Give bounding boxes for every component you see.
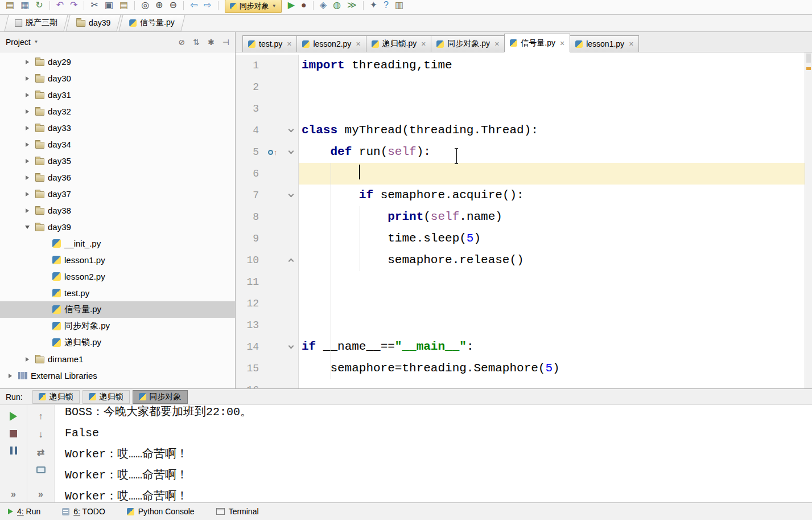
tree-item[interactable]: day36 xyxy=(0,169,235,186)
help-icon[interactable]: ? xyxy=(384,1,389,10)
code-text[interactable]: class myThread(threading.Thread): xyxy=(298,120,805,141)
tree-item[interactable]: 信号量.py xyxy=(0,301,235,318)
chevron-collapsed-icon[interactable] xyxy=(23,357,32,362)
fold-marker-icon[interactable] xyxy=(283,336,298,358)
hide-panel-icon[interactable]: ⊣ xyxy=(222,38,229,47)
tree-item[interactable]: 同步对象.py xyxy=(0,318,235,334)
settings-icon[interactable]: ✦ xyxy=(370,1,377,10)
code-text[interactable] xyxy=(298,379,805,388)
code-text[interactable]: if __name__=="__main__": xyxy=(298,336,805,358)
tree-item[interactable]: day29 xyxy=(0,54,235,70)
close-icon[interactable]: × xyxy=(356,39,360,48)
chevron-collapsed-icon[interactable] xyxy=(23,76,32,81)
sync-icon[interactable]: ↻ xyxy=(35,1,43,10)
override-gutter-icon[interactable]: ↑ xyxy=(262,141,283,163)
tree-item[interactable]: day30 xyxy=(0,70,235,87)
tree-item[interactable]: 递归锁.py xyxy=(0,334,235,351)
code-editor[interactable]: 1import threading,time234class myThread(… xyxy=(236,52,805,388)
more-options-icon[interactable]: » xyxy=(11,490,16,499)
coverage-icon[interactable]: ◈ xyxy=(320,1,327,10)
fold-end-icon[interactable] xyxy=(283,249,298,271)
code-text[interactable]: semaphore.release() xyxy=(298,249,805,271)
code-text[interactable]: import threading,time xyxy=(298,55,805,76)
more-options-icon[interactable]: » xyxy=(38,490,43,499)
code-text[interactable] xyxy=(298,314,805,336)
chevron-collapsed-icon[interactable] xyxy=(6,374,15,378)
pause-output-button[interactable] xyxy=(10,447,17,455)
code-text[interactable] xyxy=(298,293,805,314)
statusbar-item[interactable]: 4: Run xyxy=(8,507,40,516)
open-icon[interactable]: ▤ xyxy=(6,1,14,10)
close-icon[interactable]: × xyxy=(629,39,633,48)
tree-item[interactable]: day38 xyxy=(0,202,235,219)
project-panel-title[interactable]: Project xyxy=(6,38,31,47)
breadcrumb-item[interactable]: day39 xyxy=(65,15,121,31)
rerun-button[interactable] xyxy=(10,412,17,421)
run-icon[interactable]: ▶ xyxy=(288,1,295,10)
chevron-collapsed-icon[interactable] xyxy=(23,175,32,180)
code-text[interactable]: if semaphore.acquire(): xyxy=(298,185,805,206)
code-text[interactable] xyxy=(298,98,805,120)
tree-item[interactable]: lesson1.py xyxy=(0,252,235,268)
editor-tab[interactable]: 信号量.py× xyxy=(504,34,570,52)
chevron-collapsed-icon[interactable] xyxy=(23,93,32,97)
close-icon[interactable]: × xyxy=(560,39,564,48)
copy-icon[interactable]: ▣ xyxy=(105,1,113,10)
chevron-collapsed-icon[interactable] xyxy=(23,109,32,114)
tree-item[interactable]: day35 xyxy=(0,153,235,169)
tree-item[interactable]: dirname1 xyxy=(0,351,235,367)
forward-icon[interactable]: ⇨ xyxy=(204,1,211,10)
settings-gear-icon[interactable]: ✱ xyxy=(208,38,215,47)
chevron-collapsed-icon[interactable] xyxy=(23,159,32,163)
tree-item[interactable]: day32 xyxy=(0,103,235,120)
undo-icon[interactable]: ↶ xyxy=(56,1,64,10)
code-text[interactable]: print(self.name) xyxy=(298,206,805,228)
close-icon[interactable]: × xyxy=(287,39,291,48)
locate-icon[interactable]: ⊘ xyxy=(179,38,186,47)
scrollbar-thumb[interactable] xyxy=(806,54,811,63)
statusbar-item[interactable]: Python Console xyxy=(127,507,195,516)
up-stack-trace-icon[interactable]: ↑ xyxy=(39,412,43,421)
editor-tab[interactable]: test.py× xyxy=(242,35,297,52)
tree-item[interactable]: lesson2.py xyxy=(0,268,235,285)
back-icon[interactable]: ⇦ xyxy=(190,1,197,10)
editor-tab[interactable]: lesson2.py× xyxy=(296,35,366,52)
stop-button[interactable] xyxy=(10,430,17,437)
chevron-expanded-icon[interactable] xyxy=(23,226,32,229)
find-icon[interactable]: ◎ xyxy=(141,1,149,10)
fold-marker-icon[interactable] xyxy=(283,185,298,206)
close-icon[interactable]: × xyxy=(494,39,499,48)
redo-icon[interactable]: ↷ xyxy=(70,1,77,10)
editor-scrollbar[interactable] xyxy=(805,52,812,388)
chevron-collapsed-icon[interactable] xyxy=(23,208,32,213)
zoom-in-icon[interactable]: ⊕ xyxy=(155,1,163,10)
run-configuration-combo[interactable]: 同步对象▼ xyxy=(225,0,282,13)
code-text[interactable] xyxy=(298,163,805,185)
tree-item[interactable]: day31 xyxy=(0,87,235,103)
soft-wrap-icon[interactable] xyxy=(36,466,46,473)
code-text[interactable] xyxy=(298,271,805,293)
editor-tab[interactable]: 递归锁.py× xyxy=(366,35,432,52)
tree-item[interactable]: External Libraries xyxy=(0,367,235,384)
tree-item[interactable]: day39 xyxy=(0,219,235,235)
fold-marker-icon[interactable] xyxy=(283,141,298,163)
events-icon[interactable]: ▥ xyxy=(395,1,403,10)
paste-icon[interactable]: ▤ xyxy=(119,1,128,10)
chevron-collapsed-icon[interactable] xyxy=(23,126,32,130)
tree-item[interactable]: day37 xyxy=(0,186,235,202)
tree-item[interactable]: day34 xyxy=(0,136,235,153)
profiler-icon[interactable]: ◍ xyxy=(333,1,341,10)
zoom-out-icon[interactable]: ⊖ xyxy=(170,1,177,10)
statusbar-item[interactable]: Terminal xyxy=(216,507,259,516)
collapse-all-icon[interactable]: ⇅ xyxy=(193,38,200,47)
editor-tab[interactable]: lesson1.py× xyxy=(570,35,639,52)
cut-icon[interactable]: ✂ xyxy=(90,1,98,10)
restore-layout-icon[interactable]: ⇄ xyxy=(37,448,44,457)
code-text[interactable]: def run(self): xyxy=(298,141,805,163)
tree-item[interactable]: __init_.py xyxy=(0,235,235,252)
statusbar-item[interactable]: 6: TODO xyxy=(62,507,105,516)
debug-icon[interactable]: ● xyxy=(301,1,307,10)
breadcrumb-item[interactable]: 脱产三期 xyxy=(4,15,68,31)
chevron-collapsed-icon[interactable] xyxy=(23,60,32,64)
tree-item[interactable]: test.py xyxy=(0,285,235,301)
